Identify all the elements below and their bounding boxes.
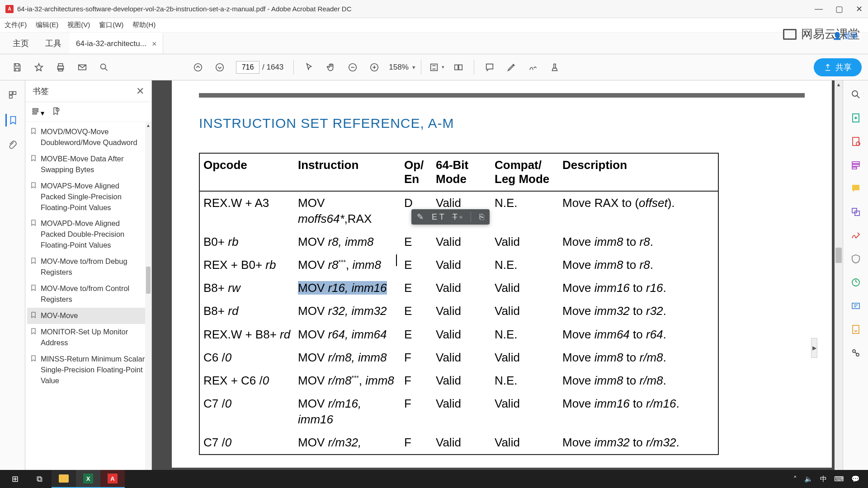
toolbar: / 1643 158% ▼ ▾ 共享 — [0, 54, 868, 80]
tab-close-icon[interactable]: × — [152, 39, 157, 49]
bookmarks-header: 书签 ✕ — [25, 80, 151, 102]
bookmark-item[interactable]: MONITOR-Set Up Monitor Address — [27, 324, 149, 351]
bookmark-find-icon[interactable] — [52, 107, 61, 117]
bookmark-item[interactable]: MOV-Move to/from Control Registers — [27, 281, 149, 308]
user-icon: 👤 — [833, 32, 842, 40]
right-rail — [843, 80, 868, 488]
sign-button[interactable] — [525, 59, 541, 75]
attachments-tab[interactable] — [6, 139, 19, 152]
tray-notifications-icon[interactable]: 💬 — [851, 475, 860, 483]
excel-taskbar-icon[interactable]: X — [76, 470, 100, 488]
pdf-page: INSTRUCTION SET REFERENCE, A-M Opcode In… — [172, 80, 832, 468]
pdf-icon: A — [5, 5, 14, 13]
bookmark-item[interactable]: MOVD/MOVQ-Move Doubleword/Move Quadword — [27, 124, 149, 151]
strikethrough-icon[interactable]: T ▫ — [453, 212, 462, 222]
bookmarks-list[interactable]: MOVD/MOVQ-Move Doubleword/Move QuadwordM… — [25, 122, 151, 488]
scroll-thumb[interactable] — [146, 267, 151, 294]
combine-icon[interactable] — [849, 205, 863, 219]
zoom-dropdown[interactable]: ▼ — [411, 65, 416, 70]
page-input[interactable] — [236, 61, 259, 74]
tray-chevron-icon[interactable]: ˄ — [793, 475, 797, 483]
more-tools-icon[interactable] — [849, 346, 863, 360]
page-scroll-thumb[interactable] — [835, 248, 842, 263]
svg-rect-11 — [459, 65, 462, 70]
tab-home[interactable]: 主页 — [5, 38, 37, 49]
acrobat-taskbar-icon[interactable]: A — [100, 470, 125, 488]
save-button[interactable] — [9, 59, 25, 75]
stamp-button[interactable] — [547, 59, 563, 75]
minimize-button[interactable]: — — [815, 4, 823, 14]
right-rail-collapse[interactable]: ▶ — [811, 338, 817, 358]
export-pdf-icon[interactable] — [849, 111, 863, 125]
tab-document[interactable]: 64-ia-32-architectu... × — [70, 33, 163, 54]
text-edit-icon[interactable]: E T — [432, 212, 444, 222]
svg-rect-13 — [13, 92, 15, 94]
scroll-up-arrow[interactable]: ▲ — [145, 122, 151, 128]
menu-help[interactable]: 帮助(H) — [132, 21, 156, 29]
bookmark-item[interactable]: MOV-Move — [27, 308, 149, 324]
protect-icon[interactable] — [849, 252, 863, 266]
bookmarks-scrollbar[interactable]: ▲ ▼ — [145, 122, 151, 488]
thumbnails-tab[interactable] — [6, 89, 19, 101]
login-link[interactable]: 👤 登录 — [833, 32, 858, 41]
selection-toolbar: ✎ E T T ▫ ⎘ — [411, 209, 490, 225]
zoom-in-button[interactable] — [366, 59, 382, 75]
bookmarks-tab[interactable] — [5, 114, 18, 127]
page-scroll-up[interactable]: ▲ — [835, 80, 843, 89]
bookmark-options-icon[interactable]: ▾ — [32, 107, 44, 117]
search-panel-icon[interactable] — [849, 88, 863, 101]
comment-panel-icon[interactable] — [849, 182, 863, 195]
page-view-button[interactable] — [450, 59, 467, 75]
highlight-button[interactable] — [503, 59, 519, 75]
select-tool[interactable] — [301, 59, 317, 75]
start-button[interactable]: ⊞ — [3, 470, 27, 488]
hand-tool[interactable] — [323, 59, 339, 75]
zoom-out-button[interactable] — [344, 59, 361, 75]
bookmark-item[interactable]: MOVAPD-Move Aligned Packed Double-Precis… — [27, 216, 149, 253]
table-row: REX + B0+ rbMOV r8***, imm8EValidN.E.Mov… — [199, 253, 718, 277]
redact-icon[interactable] — [849, 299, 863, 313]
tab-tools[interactable]: 工具 — [37, 38, 70, 49]
copy-icon[interactable]: ⎘ — [479, 212, 484, 222]
svg-rect-30 — [853, 325, 859, 333]
convert-icon[interactable] — [849, 323, 863, 336]
bookmarks-close-icon[interactable]: ✕ — [136, 85, 144, 97]
menu-view[interactable]: 视图(V) — [67, 21, 90, 29]
menu-file[interactable]: 文件(F) — [5, 21, 27, 29]
compress-icon[interactable] — [849, 276, 863, 289]
page-up-button[interactable] — [190, 59, 206, 75]
tray-ime[interactable]: 中 — [820, 475, 827, 483]
bookmark-item[interactable]: MINSS-Return Minimum Scalar Single-Preci… — [27, 351, 149, 389]
star-button[interactable] — [31, 59, 47, 75]
search-button[interactable] — [96, 59, 112, 75]
bookmark-item[interactable]: MOV-Move to/from Debug Registers — [27, 253, 149, 281]
tray-volume-icon[interactable]: 🔈 — [804, 475, 813, 483]
page-down-button[interactable] — [212, 59, 228, 75]
email-button[interactable] — [74, 59, 90, 75]
maximize-button[interactable]: ▢ — [835, 4, 843, 14]
table-row: C6 /0MOV r/m8, imm8FValidValidMove imm8 … — [199, 346, 718, 369]
svg-rect-27 — [855, 211, 859, 216]
share-button[interactable]: 共享 — [814, 58, 862, 76]
page-scrollbar[interactable]: ▲ ▼ — [835, 80, 843, 488]
svg-rect-25 — [852, 167, 857, 169]
menu-edit[interactable]: 编辑(E) — [36, 21, 58, 29]
document-viewport[interactable]: INSTRUCTION SET REFERENCE, A-M Opcode In… — [152, 80, 843, 488]
comment-button[interactable] — [481, 59, 498, 75]
print-button[interactable] — [52, 59, 69, 75]
highlight-yellow-icon[interactable]: ✎ — [417, 212, 424, 222]
col-open: Op/En — [401, 153, 432, 191]
create-pdf-icon[interactable] — [849, 135, 863, 148]
menu-window[interactable]: 窗口(W) — [99, 21, 123, 29]
edit-pdf-icon[interactable] — [849, 158, 863, 172]
close-button[interactable]: ✕ — [856, 4, 863, 14]
taskview-button[interactable]: ⧉ — [27, 470, 52, 488]
sign-panel-icon[interactable] — [849, 229, 863, 242]
svg-rect-14 — [9, 95, 12, 98]
bookmark-item[interactable]: MOVBE-Move Data After Swapping Bytes — [27, 151, 149, 178]
explorer-taskbar-icon[interactable] — [52, 470, 76, 488]
bookmark-item[interactable]: MOVAPS-Move Aligned Packed Single-Precis… — [27, 178, 149, 216]
tray-keyboard-icon[interactable]: ⌨ — [834, 475, 844, 483]
fit-width-button[interactable]: ▾ — [429, 59, 445, 75]
table-row: B0+ rbMOV r8, imm8EValidValidMove imm8 t… — [199, 230, 718, 253]
